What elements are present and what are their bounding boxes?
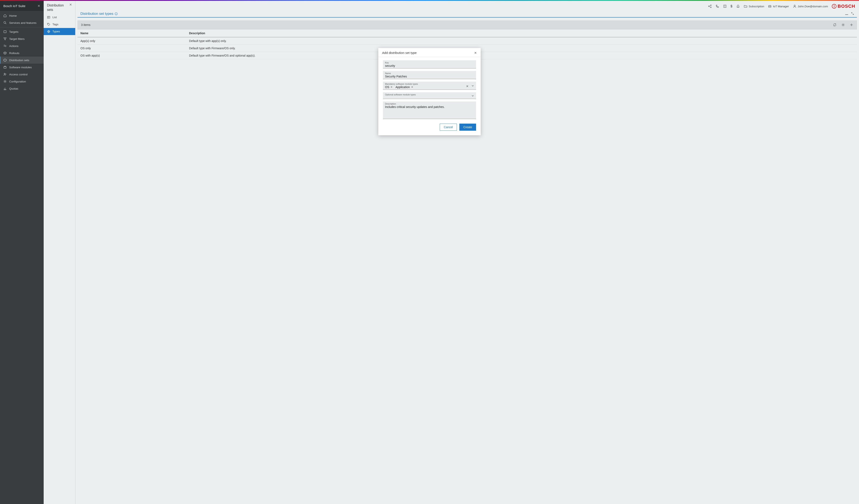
sidebar-item-label: Services and features bbox=[9, 21, 36, 25]
sidebar-item-label: Quotas bbox=[9, 87, 18, 90]
name-input[interactable] bbox=[385, 75, 474, 78]
svg-point-6 bbox=[48, 24, 48, 24]
sidebar-item-access-control[interactable]: Access control bbox=[0, 71, 44, 78]
section-icon[interactable]: § bbox=[730, 4, 733, 8]
clear-icon[interactable]: ✕ bbox=[466, 85, 469, 88]
sidebar-item-label: Rollouts bbox=[9, 51, 19, 55]
tag-icon bbox=[47, 23, 50, 26]
sidebar-item-home[interactable]: Home bbox=[0, 12, 44, 19]
cancel-button[interactable]: Cancel bbox=[440, 124, 457, 131]
field-name[interactable]: Name bbox=[383, 71, 476, 79]
page-title: Distribution set types bbox=[80, 12, 114, 16]
refresh-icon[interactable] bbox=[833, 23, 837, 27]
subpanel-close-icon[interactable] bbox=[69, 3, 72, 6]
subpanel-title: Distribution sets bbox=[47, 3, 69, 12]
chip-remove-icon[interactable]: ✕ bbox=[411, 86, 413, 89]
subpanel-item-types[interactable]: Types bbox=[44, 28, 75, 35]
cell-name: App(s) only bbox=[77, 37, 186, 44]
minimize-icon[interactable] bbox=[845, 12, 848, 15]
col-header-desc[interactable]: Description bbox=[186, 29, 857, 37]
svg-point-3 bbox=[4, 73, 5, 74]
sidebar-item-actions[interactable]: Actions bbox=[0, 42, 44, 49]
field-optional[interactable]: Optional software module types bbox=[383, 92, 476, 99]
sidebar-item-target-filters[interactable]: Target filters bbox=[0, 35, 44, 42]
svg-point-9 bbox=[708, 6, 709, 7]
home-icon bbox=[3, 14, 7, 17]
sidebar-item-services[interactable]: Services and features bbox=[0, 19, 44, 26]
sidebar: Bosch IoT Suite Home Services and featur… bbox=[0, 1, 44, 504]
access-icon bbox=[3, 73, 7, 76]
content-header: Distribution set types bbox=[77, 12, 857, 17]
iot-manager-label: IoT Manager bbox=[773, 5, 789, 8]
subpanel-item-label: List bbox=[52, 16, 57, 19]
chevron-down-icon[interactable] bbox=[471, 85, 474, 88]
filter-icon bbox=[3, 37, 7, 41]
field-label: Key bbox=[385, 61, 474, 64]
sidebar-item-label: Targets bbox=[9, 30, 18, 33]
sidebar-item-configuration[interactable]: Configuration bbox=[0, 78, 44, 85]
svg-rect-1 bbox=[4, 31, 6, 33]
subpanel-item-list[interactable]: List bbox=[44, 14, 75, 21]
chevron-down-icon[interactable] bbox=[471, 95, 474, 97]
description-input[interactable] bbox=[385, 105, 474, 115]
cell-name: OS only bbox=[77, 45, 186, 52]
book-icon[interactable] bbox=[723, 4, 727, 8]
field-key[interactable]: Key bbox=[383, 60, 476, 68]
chip-application[interactable]: Application ✕ bbox=[395, 86, 413, 89]
sidebar-item-rollouts[interactable]: Rollouts bbox=[0, 49, 44, 57]
sidebar-item-software-modules[interactable]: Software modules bbox=[0, 64, 44, 71]
dialog-title: Add distribution set type bbox=[382, 51, 417, 55]
share-icon[interactable] bbox=[708, 4, 712, 8]
bell-icon[interactable] bbox=[736, 4, 740, 8]
cell-name: OS with app(s) bbox=[77, 52, 186, 59]
field-description[interactable]: Description bbox=[383, 102, 476, 119]
svg-point-0 bbox=[4, 21, 6, 24]
svg-point-14 bbox=[794, 5, 795, 6]
magnifier-icon bbox=[3, 21, 7, 25]
svg-rect-5 bbox=[47, 16, 50, 18]
svg-point-16 bbox=[843, 25, 844, 26]
cell-desc: Default type with Firmware/OS only. bbox=[186, 45, 857, 52]
sidebar-header: Bosch IoT Suite bbox=[0, 1, 44, 11]
add-icon[interactable] bbox=[849, 23, 853, 27]
sidebar-item-label: Target filters bbox=[9, 37, 25, 41]
cell-desc: Default type with app(s) only. bbox=[186, 37, 857, 44]
sidebar-item-targets[interactable]: Targets bbox=[0, 28, 44, 35]
sidebar-item-label: Distribution sets bbox=[9, 59, 29, 62]
chart-icon bbox=[3, 87, 7, 90]
svg-point-8 bbox=[48, 31, 49, 32]
field-label: Name bbox=[385, 72, 474, 75]
phone-icon[interactable] bbox=[715, 4, 719, 8]
subpanel-item-tags[interactable]: Tags bbox=[44, 21, 75, 28]
create-button[interactable]: Create bbox=[459, 124, 476, 131]
key-input[interactable] bbox=[385, 64, 474, 67]
list-icon bbox=[47, 16, 50, 19]
svg-point-4 bbox=[4, 81, 6, 82]
field-mandatory[interactable]: Mandatory software module types OS ✕ App… bbox=[383, 82, 476, 90]
table-toolbar: 3 items bbox=[77, 20, 857, 29]
subscription-link[interactable]: Subscription bbox=[744, 4, 764, 8]
col-header-name[interactable]: Name bbox=[77, 29, 186, 37]
dialog-close-icon[interactable] bbox=[474, 51, 477, 54]
chip-label: OS bbox=[385, 86, 389, 89]
module-icon bbox=[3, 65, 7, 69]
expand-icon[interactable] bbox=[851, 12, 854, 15]
table-row[interactable]: App(s) only Default type with app(s) onl… bbox=[77, 37, 857, 45]
info-icon[interactable] bbox=[115, 12, 118, 15]
cell-desc: Default type with Firmware/OS and option… bbox=[186, 52, 857, 59]
svg-point-7 bbox=[48, 30, 50, 33]
sidebar-item-label: Software modules bbox=[9, 66, 32, 69]
sidebar-item-distribution-sets[interactable]: Distribution sets bbox=[0, 57, 44, 64]
sidebar-item-quotas[interactable]: Quotas bbox=[0, 85, 44, 92]
chip-remove-icon[interactable]: ✕ bbox=[390, 86, 393, 89]
chip-os[interactable]: OS ✕ bbox=[385, 86, 393, 89]
iot-manager-link[interactable]: IoT Manager bbox=[768, 4, 789, 8]
user-menu[interactable]: John.Doe@domain.com bbox=[793, 4, 828, 8]
targets-icon bbox=[3, 30, 7, 33]
sidebar-item-label: Configuration bbox=[9, 80, 26, 83]
sidebar-collapse-icon[interactable] bbox=[37, 4, 40, 7]
field-label: Mandatory software module types bbox=[385, 83, 474, 85]
brand-text: BOSCH bbox=[838, 3, 855, 9]
settings-icon[interactable] bbox=[841, 23, 845, 27]
types-icon bbox=[47, 30, 50, 33]
